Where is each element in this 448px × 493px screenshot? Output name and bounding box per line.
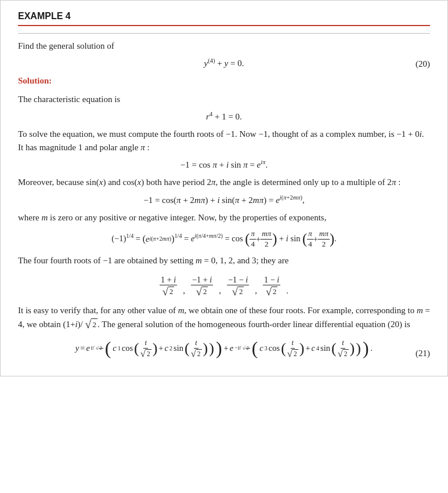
solution-label: Solution: [18,76,52,85]
multi-angle-equation: −1 = cos(π + 2mπ) + i sin(π + 2mπ) = ei(… [18,195,430,205]
easy-word: easy [34,306,49,315]
char-eq-text: The characteristic equation is [18,93,430,106]
root-2: −1 + i √ 2 [191,274,213,298]
root-3: −1 − i √ 2 [227,274,249,298]
big-exponent-equation: (−1)1/4 = ( ei(π+2mπ) ) 1/4 = ei(π/4+mπ/… [18,229,430,249]
four-roots: 1 + i √ 2 , −1 + i √ 2 , −1 − i [18,274,430,298]
find-text: Find the general solution of [18,39,430,53]
para3: where m is zero or any positive or negat… [18,211,430,224]
para4: It is easy to verify that, for any other… [18,304,430,331]
roots-text: The four fourth roots of −1 are obtained… [18,254,430,267]
equation-20: y(4) + y = 0. (20) [18,59,430,68]
equation-21: y = e t/ √ 2 ( c1 cos ( t [18,338,430,358]
example-header: EXAMPLE 4 [18,11,430,26]
euler-equation: −1 = cos π + i sin π = eiπ. [18,160,430,170]
root-1: 1 + i √ 2 [160,274,177,298]
example-title: EXAMPLE 4 [18,11,71,21]
char-equation: r4 + 1 = 0. [18,112,430,122]
eq-number-20: (20) [416,59,430,68]
solution-label-para: Solution: [18,74,430,88]
eq-number-21: (21) [416,349,430,358]
separator [18,33,430,34]
para2: Moreover, because sin(x) and cos(x) both… [18,176,430,189]
root-4: 1 − i √ 2 [263,274,280,298]
para1: To solve the equation, we must compute t… [18,128,430,155]
equation-21-container: y = e t/ √ 2 ( c1 cos ( t [18,338,430,358]
page: EXAMPLE 4 Find the general solution of y… [0,0,448,376]
